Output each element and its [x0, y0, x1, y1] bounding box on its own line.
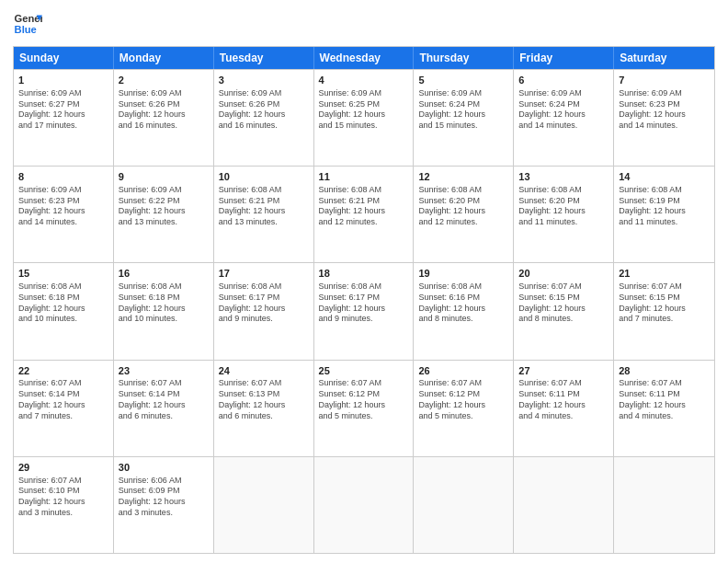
day-number: 15 — [18, 267, 108, 281]
svg-text:General: General — [15, 13, 42, 24]
calendar-cell-day-8: 8Sunrise: 6:09 AM Sunset: 6:23 PM Daylig… — [14, 167, 114, 262]
day-number: 4 — [319, 74, 409, 87]
calendar-cell-day-14: 14Sunrise: 6:08 AM Sunset: 6:19 PM Dayli… — [614, 167, 714, 262]
day-info: Sunrise: 6:06 AM Sunset: 6:09 PM Dayligh… — [119, 476, 209, 519]
day-number: 26 — [418, 364, 508, 378]
day-number: 29 — [18, 461, 108, 475]
day-number: 22 — [18, 364, 108, 378]
day-info: Sunrise: 6:09 AM Sunset: 6:24 PM Dayligh… — [518, 88, 609, 132]
day-number: 23 — [119, 364, 209, 378]
weekday-header-thursday: Thursday — [414, 47, 514, 69]
day-info: Sunrise: 6:09 AM Sunset: 6:27 PM Dayligh… — [18, 88, 108, 132]
day-info: Sunrise: 6:09 AM Sunset: 6:26 PM Dayligh… — [219, 88, 309, 132]
svg-text:Blue: Blue — [15, 24, 37, 35]
calendar-cell-day-22: 22Sunrise: 6:07 AM Sunset: 6:14 PM Dayli… — [14, 361, 114, 456]
day-info: Sunrise: 6:09 AM Sunset: 6:22 PM Dayligh… — [119, 185, 209, 228]
calendar-cell-day-17: 17Sunrise: 6:08 AM Sunset: 6:17 PM Dayli… — [214, 263, 314, 359]
weekday-header-saturday: Saturday — [614, 47, 714, 69]
calendar-row-4: 22Sunrise: 6:07 AM Sunset: 6:14 PM Dayli… — [14, 360, 714, 456]
calendar-row-3: 15Sunrise: 6:08 AM Sunset: 6:18 PM Dayli… — [14, 262, 714, 359]
calendar-cell-empty — [314, 457, 415, 553]
calendar-cell-day-4: 4Sunrise: 6:09 AM Sunset: 6:25 PM Daylig… — [314, 70, 415, 166]
calendar-cell-day-5: 5Sunrise: 6:09 AM Sunset: 6:24 PM Daylig… — [414, 70, 514, 166]
day-number: 2 — [119, 74, 209, 87]
calendar-cell-day-24: 24Sunrise: 6:07 AM Sunset: 6:13 PM Dayli… — [214, 361, 314, 456]
day-info: Sunrise: 6:08 AM Sunset: 6:21 PM Dayligh… — [219, 185, 309, 228]
day-number: 7 — [619, 74, 710, 87]
weekday-header-sunday: Sunday — [14, 47, 114, 69]
calendar-row-5: 29Sunrise: 6:07 AM Sunset: 6:10 PM Dayli… — [14, 456, 714, 553]
day-info: Sunrise: 6:09 AM Sunset: 6:26 PM Dayligh… — [119, 88, 209, 132]
logo: General Blue — [13, 9, 44, 39]
calendar-cell-day-20: 20Sunrise: 6:07 AM Sunset: 6:15 PM Dayli… — [514, 263, 614, 359]
day-number: 30 — [119, 461, 209, 475]
calendar-row-2: 8Sunrise: 6:09 AM Sunset: 6:23 PM Daylig… — [14, 166, 714, 262]
day-number: 16 — [119, 267, 209, 281]
day-info: Sunrise: 6:07 AM Sunset: 6:11 PM Dayligh… — [619, 378, 710, 421]
calendar-cell-day-27: 27Sunrise: 6:07 AM Sunset: 6:11 PM Dayli… — [514, 361, 614, 456]
calendar-cell-day-2: 2Sunrise: 6:09 AM Sunset: 6:26 PM Daylig… — [114, 70, 214, 166]
calendar-cell-day-13: 13Sunrise: 6:08 AM Sunset: 6:20 PM Dayli… — [514, 167, 614, 262]
day-number: 17 — [219, 267, 309, 281]
calendar-cell-day-11: 11Sunrise: 6:08 AM Sunset: 6:21 PM Dayli… — [314, 167, 415, 262]
calendar-cell-day-28: 28Sunrise: 6:07 AM Sunset: 6:11 PM Dayli… — [614, 361, 714, 456]
day-number: 6 — [518, 74, 609, 87]
day-info: Sunrise: 6:08 AM Sunset: 6:20 PM Dayligh… — [418, 185, 508, 228]
calendar-row-1: 1Sunrise: 6:09 AM Sunset: 6:27 PM Daylig… — [14, 69, 714, 166]
calendar-cell-day-1: 1Sunrise: 6:09 AM Sunset: 6:27 PM Daylig… — [14, 70, 114, 166]
day-number: 21 — [619, 267, 710, 281]
day-info: Sunrise: 6:08 AM Sunset: 6:18 PM Dayligh… — [18, 282, 108, 325]
page-container: General Blue SundayMondayTuesdayWednesda… — [0, 0, 728, 563]
day-info: Sunrise: 6:09 AM Sunset: 6:23 PM Dayligh… — [619, 88, 710, 132]
day-number: 11 — [319, 170, 409, 184]
day-info: Sunrise: 6:07 AM Sunset: 6:11 PM Dayligh… — [518, 378, 609, 421]
calendar-cell-day-16: 16Sunrise: 6:08 AM Sunset: 6:18 PM Dayli… — [114, 263, 214, 359]
day-info: Sunrise: 6:07 AM Sunset: 6:15 PM Dayligh… — [518, 282, 609, 325]
day-number: 27 — [518, 364, 609, 378]
day-info: Sunrise: 6:08 AM Sunset: 6:21 PM Dayligh… — [319, 185, 409, 228]
day-number: 20 — [518, 267, 609, 281]
day-number: 19 — [418, 267, 508, 281]
day-info: Sunrise: 6:07 AM Sunset: 6:10 PM Dayligh… — [18, 476, 108, 519]
day-info: Sunrise: 6:09 AM Sunset: 6:23 PM Dayligh… — [18, 185, 108, 228]
day-number: 25 — [319, 364, 409, 378]
weekday-header-monday: Monday — [114, 47, 214, 69]
calendar-cell-day-6: 6Sunrise: 6:09 AM Sunset: 6:24 PM Daylig… — [514, 70, 614, 166]
calendar-cell-day-3: 3Sunrise: 6:09 AM Sunset: 6:26 PM Daylig… — [214, 70, 314, 166]
calendar-cell-day-10: 10Sunrise: 6:08 AM Sunset: 6:21 PM Dayli… — [214, 167, 314, 262]
day-info: Sunrise: 6:09 AM Sunset: 6:25 PM Dayligh… — [319, 88, 409, 132]
day-number: 28 — [619, 364, 710, 378]
calendar-cell-day-25: 25Sunrise: 6:07 AM Sunset: 6:12 PM Dayli… — [314, 361, 415, 456]
day-info: Sunrise: 6:08 AM Sunset: 6:18 PM Dayligh… — [119, 282, 209, 325]
calendar-cell-day-12: 12Sunrise: 6:08 AM Sunset: 6:20 PM Dayli… — [414, 167, 514, 262]
day-number: 1 — [18, 74, 108, 87]
calendar-cell-day-21: 21Sunrise: 6:07 AM Sunset: 6:15 PM Dayli… — [614, 263, 714, 359]
day-info: Sunrise: 6:08 AM Sunset: 6:17 PM Dayligh… — [319, 282, 409, 325]
weekday-header-tuesday: Tuesday — [214, 47, 314, 69]
day-info: Sunrise: 6:08 AM Sunset: 6:17 PM Dayligh… — [219, 282, 309, 325]
day-number: 5 — [418, 74, 508, 87]
day-info: Sunrise: 6:07 AM Sunset: 6:13 PM Dayligh… — [219, 378, 309, 421]
day-info: Sunrise: 6:07 AM Sunset: 6:15 PM Dayligh… — [619, 282, 710, 325]
day-number: 3 — [219, 74, 309, 87]
calendar-cell-day-19: 19Sunrise: 6:08 AM Sunset: 6:16 PM Dayli… — [414, 263, 514, 359]
calendar-cell-empty — [214, 457, 314, 553]
day-info: Sunrise: 6:07 AM Sunset: 6:12 PM Dayligh… — [319, 378, 409, 421]
calendar-cell-empty — [514, 457, 614, 553]
day-info: Sunrise: 6:07 AM Sunset: 6:12 PM Dayligh… — [418, 378, 508, 421]
calendar-cell-empty — [414, 457, 514, 553]
logo-icon: General Blue — [13, 9, 42, 39]
calendar-cell-day-18: 18Sunrise: 6:08 AM Sunset: 6:17 PM Dayli… — [314, 263, 415, 359]
calendar-cell-day-9: 9Sunrise: 6:09 AM Sunset: 6:22 PM Daylig… — [114, 167, 214, 262]
day-number: 9 — [119, 170, 209, 184]
calendar-cell-day-29: 29Sunrise: 6:07 AM Sunset: 6:10 PM Dayli… — [14, 457, 114, 553]
weekday-header-wednesday: Wednesday — [314, 47, 415, 69]
day-number: 18 — [319, 267, 409, 281]
day-info: Sunrise: 6:07 AM Sunset: 6:14 PM Dayligh… — [119, 378, 209, 421]
day-number: 12 — [418, 170, 508, 184]
day-info: Sunrise: 6:08 AM Sunset: 6:19 PM Dayligh… — [619, 185, 710, 228]
day-number: 13 — [518, 170, 609, 184]
calendar-cell-day-30: 30Sunrise: 6:06 AM Sunset: 6:09 PM Dayli… — [114, 457, 214, 553]
day-info: Sunrise: 6:07 AM Sunset: 6:14 PM Dayligh… — [18, 378, 108, 421]
day-number: 10 — [219, 170, 309, 184]
